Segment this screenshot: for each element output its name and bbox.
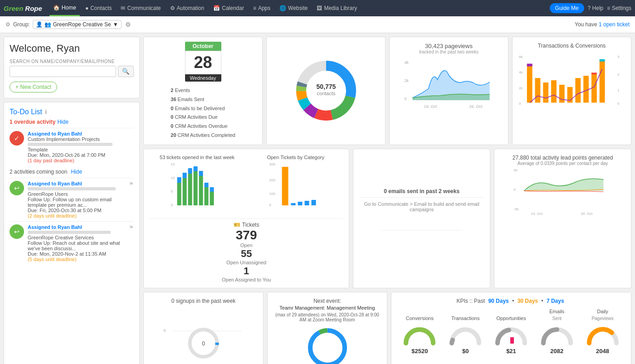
- todo-upcoming-company-1: GreenRope Users: [28, 191, 125, 197]
- svg-text:0: 0: [269, 203, 272, 207]
- todo-item-upcoming-1: ↩ Assigned to Ryan Bahl GreenRope Users …: [10, 178, 134, 221]
- svg-text:100: 100: [269, 192, 276, 196]
- ticket-assigned-you-label: Open Assigned to You: [222, 277, 271, 282]
- todo-avatar-red: ✓: [10, 131, 24, 146]
- svg-rect-46: [205, 187, 209, 205]
- flag-icon-1[interactable]: ⚑: [129, 181, 134, 187]
- cal-stats: 2 Events 36 Emails Sent 0 Emails to be D…: [171, 86, 235, 140]
- ticket-open-count: 379: [236, 228, 257, 243]
- todo-upcoming-assigned-1[interactable]: Assigned to Ryan Bahl: [28, 181, 125, 186]
- kpi-emails-gauge: [539, 323, 575, 345]
- svg-rect-52: [199, 171, 203, 176]
- todo-upcoming-content-1: Assigned to Ryan Bahl GreenRope Users Fo…: [28, 181, 125, 218]
- svg-text:0: 0: [617, 102, 620, 106]
- toolbar: ⚙ Group: 👤 👥 GreenRope Creative Se ▼ ⚙ Y…: [0, 16, 635, 33]
- group-selector[interactable]: 👤 👥 GreenRope Creative Se ▼: [33, 20, 122, 29]
- todo-avatar-green-1: ↩: [10, 181, 24, 195]
- kpi-pageviews-gauge: [585, 323, 621, 345]
- pageviews-card: 30,423 pageviews tracked in the past two…: [389, 37, 508, 145]
- hide-upcoming-link[interactable]: Hide: [71, 169, 82, 175]
- nav-media[interactable]: 🖼 Media Library: [313, 0, 361, 16]
- tickets-opened-title: 53 tickets opened in the last week: [149, 155, 245, 160]
- info-icon[interactable]: ℹ: [45, 109, 47, 115]
- next-event-card: Next event: Teamr Management: Management…: [267, 292, 387, 364]
- logo[interactable]: GreenRope: [4, 5, 42, 12]
- todo-upcoming-company-2: GreenRope Creative Services: [28, 235, 125, 240]
- svg-text:0: 0: [519, 102, 521, 106]
- todo-content: Assigned to Ryan Bahl Custom Implementat…: [28, 131, 134, 163]
- tickets-left: 53 tickets opened in the last week 15 10…: [149, 155, 245, 216]
- nav-contacts[interactable]: ● Contacts: [82, 0, 116, 16]
- kpi-90-days-link[interactable]: 90 Days: [488, 298, 508, 304]
- nav-communicate[interactable]: ✉ Communicate: [117, 0, 164, 16]
- ticket-link[interactable]: 1 open ticket: [599, 21, 630, 28]
- kpi-conversions: Conversions $2520: [401, 315, 438, 354]
- kpi-gauges: Conversions $2520 Transactions: [397, 309, 625, 354]
- nav-home[interactable]: 🏠 Home: [49, 0, 80, 16]
- svg-rect-53: [205, 183, 209, 187]
- help-link[interactable]: ? Help: [588, 5, 604, 11]
- tickets-card: 53 tickets opened in the last week 15 10…: [143, 149, 349, 288]
- guide-me-button[interactable]: Guide Me: [550, 3, 584, 13]
- nav-calendar[interactable]: 📅 Calendar: [210, 0, 248, 16]
- todo-card: To-Do List ℹ 1 overdue activity Hide ✓ A…: [4, 102, 140, 364]
- transactions-card: Transactions & Conversions 6k 4k 2k 0 3 …: [512, 37, 631, 145]
- svg-text:26. Oct: 26. Oct: [469, 104, 483, 109]
- svg-rect-33: [600, 60, 605, 103]
- emails-title: 0 emails sent in past 2 weeks: [359, 188, 484, 198]
- todo-assigned[interactable]: Assigned to Ryan Bahl: [28, 131, 134, 136]
- cal-month: October: [185, 42, 221, 51]
- next-event-donut: [305, 325, 350, 364]
- nav-website[interactable]: 🌐 Website: [276, 0, 311, 16]
- signups-title: 0 signups in the past week: [149, 298, 258, 304]
- main-content: Welcome, Ryan SEARCH On Name/Company/Ema…: [0, 33, 635, 364]
- todo-upcoming-assigned-2[interactable]: Assigned to Ryan Bahl: [28, 224, 125, 230]
- emails-description: Go to Communicate > Email to build and s…: [359, 201, 484, 212]
- kpi-transactions-label: Transactions: [447, 315, 484, 321]
- svg-text:1: 1: [617, 88, 619, 92]
- search-input[interactable]: [10, 66, 116, 77]
- next-event-name: Teamr Management: Management Meeting: [273, 305, 381, 311]
- svg-rect-45: [199, 176, 203, 205]
- contacts-donut-chart: 50,775 contacts: [290, 54, 362, 127]
- nav-automation[interactable]: ⚙ Automation: [166, 0, 208, 16]
- kpi-30-days-link[interactable]: 30 Days: [518, 298, 538, 304]
- kpi-opportunities-gauge: [493, 323, 529, 345]
- blurred-text: [28, 143, 112, 146]
- tickets-category-chart: 300 200 100 0: [248, 160, 343, 214]
- todo-item-overdue: ✓ Assigned to Ryan Bahl Custom Implement…: [10, 128, 134, 166]
- ticket-unassigned-label: Open Unassigned: [226, 260, 266, 265]
- search-label: SEARCH On Name/Company/Email/Phone: [10, 59, 134, 64]
- todo-project: Custom Implementation Projects: [28, 136, 134, 142]
- todo-deadline-overdue: (1 day past deadline): [28, 158, 134, 163]
- hide-overdue-link[interactable]: Hide: [57, 119, 68, 125]
- search-button[interactable]: 🔍: [118, 66, 134, 77]
- group-gear-icon[interactable]: ⚙: [125, 21, 131, 28]
- tickets-right: 🎫 Tickets 379 Open 55 Open Unassigned 1 …: [149, 218, 343, 282]
- todo-upcoming-followup-1: Follow Up: Follow up on custom email tem…: [28, 197, 125, 208]
- activity-card: 27,880 total activity lead points genera…: [494, 149, 631, 288]
- svg-text:5k: 5k: [514, 168, 518, 172]
- pageviews-title: 30,423 pageviews: [395, 43, 503, 49]
- kpi-7-days-link[interactable]: 7 Days: [547, 298, 564, 304]
- svg-text:300: 300: [269, 162, 276, 166]
- next-event-label: Next event:: [273, 298, 381, 304]
- tickets-title-link[interactable]: 🎫 Tickets: [234, 222, 259, 228]
- svg-rect-59: [282, 167, 288, 205]
- svg-rect-60: [291, 203, 296, 205]
- svg-rect-62: [305, 201, 309, 205]
- new-contact-button[interactable]: + New Contact: [10, 82, 57, 92]
- settings-icon[interactable]: ⚙: [5, 21, 10, 28]
- ticket-unassigned-count: 55: [241, 248, 252, 260]
- kpi-conversions-gauge: [401, 323, 438, 345]
- svg-text:0: 0: [405, 97, 407, 101]
- flag-icon-2[interactable]: ⚑: [129, 224, 134, 231]
- svg-rect-36: [591, 73, 597, 74]
- nav-apps[interactable]: ≡ Apps: [249, 0, 274, 16]
- kpi-emails-label: Emails: [539, 309, 575, 314]
- kpi-header: KPIs :: Past 90 Days • 30 Days • 7 Days: [397, 298, 625, 304]
- svg-text:4k: 4k: [405, 60, 409, 65]
- kpi-opportunities-value: $21: [493, 348, 529, 354]
- settings-link[interactable]: ≡ Settings: [607, 5, 631, 11]
- todo-deadline-upcoming-2: (5 days until deadline): [28, 257, 125, 262]
